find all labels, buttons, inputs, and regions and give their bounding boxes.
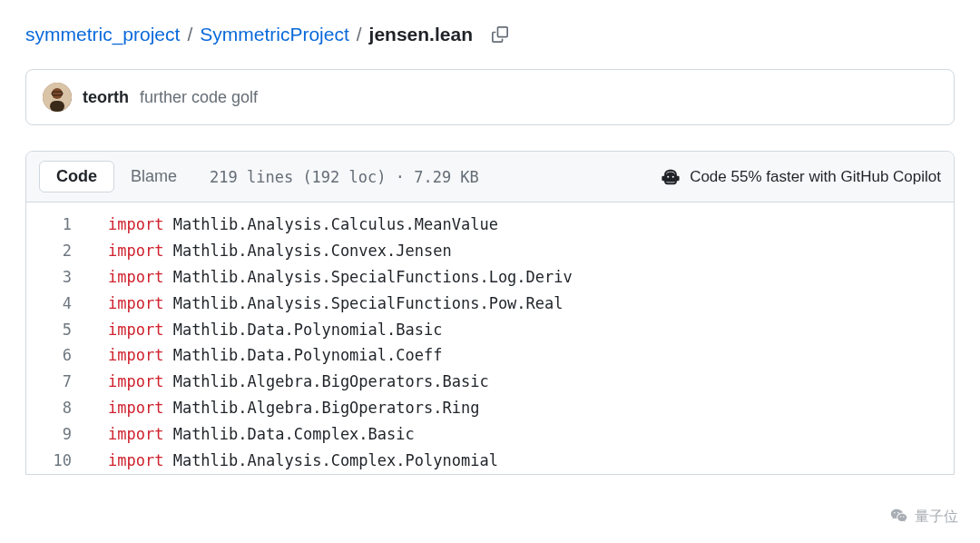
copilot-text: Code 55% faster with GitHub Copilot [690,168,941,186]
code-text: import Mathlib.Data.Polynomial.Basic [108,317,442,343]
code-text: import Mathlib.Analysis.Complex.Polynomi… [108,448,498,474]
watermark: 量子位 [889,507,958,527]
code-line: 9import Mathlib.Data.Complex.Basic [26,421,954,448]
latest-commit-bar: teorth further code golf [25,69,955,125]
svg-rect-2 [50,101,64,112]
copy-path-button[interactable] [487,22,513,47]
code-line: 7import Mathlib.Algebra.BigOperators.Bas… [26,369,954,395]
code-tab[interactable]: Code [39,161,114,193]
code-text: import Mathlib.Analysis.Calculus.MeanVal… [108,212,498,238]
code-line: 3import Mathlib.Analysis.SpecialFunction… [26,264,954,291]
avatar-icon [43,83,72,112]
watermark-text: 量子位 [915,508,958,527]
line-number[interactable]: 10 [26,448,108,474]
view-toggle: Code Blame [39,161,193,193]
copilot-promo[interactable]: Code 55% faster with GitHub Copilot [661,167,941,187]
code-listing: 1import Mathlib.Analysis.Calculus.MeanVa… [26,202,954,474]
line-number[interactable]: 6 [26,342,108,369]
copy-icon [492,26,508,43]
line-number[interactable]: 3 [26,264,108,291]
code-line: 8import Mathlib.Algebra.BigOperators.Rin… [26,395,954,421]
code-text: import Mathlib.Algebra.BigOperators.Basi… [108,369,489,395]
code-text: import Mathlib.Analysis.SpecialFunctions… [108,291,564,317]
breadcrumb-separator: / [187,24,192,45]
code-line: 10import Mathlib.Analysis.Complex.Polyno… [26,448,954,474]
wechat-icon [889,507,909,527]
code-text: import Mathlib.Analysis.SpecialFunctions… [108,264,573,291]
code-text: import Mathlib.Data.Polynomial.Coeff [108,342,442,369]
line-number[interactable]: 2 [26,238,108,264]
code-line: 5import Mathlib.Data.Polynomial.Basic [26,317,954,343]
breadcrumb-repo-link[interactable]: symmetric_project [25,24,180,45]
line-number[interactable]: 9 [26,421,108,448]
code-text: import Mathlib.Data.Complex.Basic [108,421,415,448]
code-text: import Mathlib.Analysis.Convex.Jensen [108,238,452,264]
code-line: 6import Mathlib.Data.Polynomial.Coeff [26,342,954,369]
line-number[interactable]: 5 [26,317,108,343]
breadcrumb-file: jensen.lean [369,24,473,45]
blame-tab[interactable]: Blame [114,162,193,192]
svg-point-1 [52,88,63,99]
breadcrumb-separator: / [357,24,362,45]
breadcrumb: symmetric_project / SymmetricProject / j… [25,22,955,47]
file-view: Code Blame 219 lines (192 loc) · 7.29 KB… [25,151,955,475]
commit-author-link[interactable]: teorth [83,88,129,107]
line-number[interactable]: 7 [26,369,108,395]
line-number[interactable]: 1 [26,212,108,238]
copilot-icon [661,167,681,187]
avatar[interactable] [43,83,72,112]
line-number[interactable]: 8 [26,395,108,421]
code-line: 4import Mathlib.Analysis.SpecialFunction… [26,291,954,317]
file-stats: 219 lines (192 loc) · 7.29 KB [210,168,479,186]
code-text: import Mathlib.Algebra.BigOperators.Ring [108,395,479,421]
breadcrumb-folder-link[interactable]: SymmetricProject [200,24,349,45]
code-line: 2import Mathlib.Analysis.Convex.Jensen [26,238,954,264]
commit-message-link[interactable]: further code golf [140,88,258,107]
line-number[interactable]: 4 [26,291,108,317]
code-line: 1import Mathlib.Analysis.Calculus.MeanVa… [26,212,954,238]
file-toolbar: Code Blame 219 lines (192 loc) · 7.29 KB… [26,152,954,202]
